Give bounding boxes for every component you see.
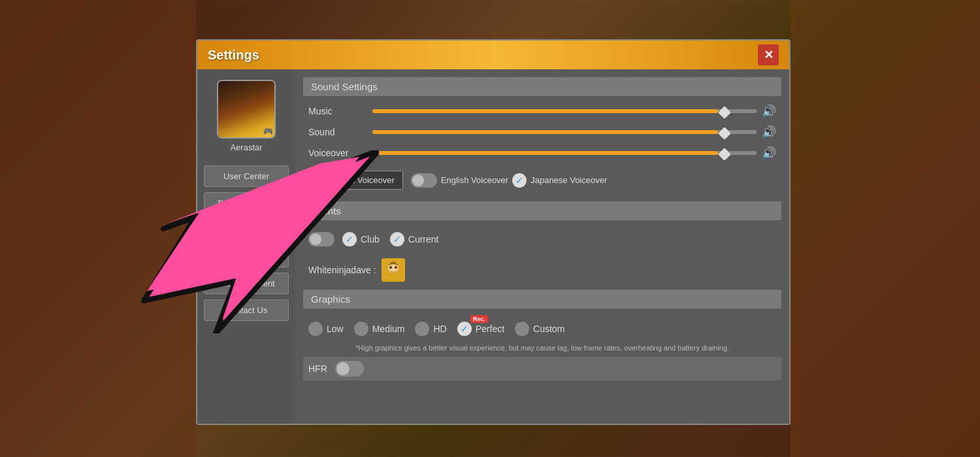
sidebar-btn-redeem-pack[interactable]: Redeem Pack	[204, 246, 289, 267]
custom-radio	[515, 322, 529, 336]
rec-badge: Rec.	[470, 315, 488, 323]
low-radio	[308, 322, 323, 336]
sound-slider-thumb	[718, 127, 731, 140]
music-slider-track[interactable]	[372, 109, 757, 113]
voiceover-slider-track[interactable]	[372, 151, 757, 155]
svg-point-5	[251, 102, 256, 107]
hfr-row: HFR	[303, 357, 781, 381]
whiteninja-label: Whiteninjadave :	[308, 265, 376, 275]
voiceover-slider-thumb	[718, 148, 731, 161]
hfr-label: HFR	[308, 364, 327, 374]
sidebar: Aerastar User Center Switch Account Chan…	[197, 69, 295, 424]
graphics-hd[interactable]: HD	[415, 322, 446, 336]
graphics-medium[interactable]: Medium	[354, 322, 405, 336]
sound-label: Sound	[308, 127, 367, 137]
whiteninja-avatar	[382, 258, 405, 282]
sound-settings-header: Sound Settings	[303, 77, 781, 96]
music-volume-icon: 🔊	[762, 104, 776, 118]
sidebar-btn-switch-account[interactable]: Switch Account	[204, 192, 289, 214]
voiceover-slider-fill	[372, 151, 718, 155]
close-button[interactable]: ✕	[758, 44, 779, 65]
custom-label: Custom	[533, 324, 564, 334]
english-voiceover-toggle[interactable]	[411, 173, 437, 188]
main-content: Sound Settings Music 🔊 Sound 🔊	[295, 69, 789, 424]
svg-point-2	[236, 89, 259, 115]
sidebar-btn-contact-us[interactable]: Contact Us	[204, 299, 289, 321]
graphics-header-text: Graphics	[311, 294, 350, 305]
sound-slider-track[interactable]	[372, 130, 757, 134]
voiceover-slider-row: Voiceover 🔊	[303, 146, 781, 160]
select-voiceover-button[interactable]: 💬 Select Voiceover	[308, 171, 403, 190]
graphics-perfect[interactable]: ✓ Rec. Perfect	[457, 322, 504, 336]
sound-slider-row: Sound 🔊	[303, 125, 781, 139]
current-check: ✓	[390, 232, 404, 246]
graphics-note: *High graphics gives a better visual exp…	[303, 341, 781, 354]
voiceover-selection-row: 💬 Select Voiceover English Voiceover ✓ J…	[303, 167, 781, 194]
sidebar-btn-announcement[interactable]: Announcement	[204, 273, 289, 294]
settings-dialog: Settings ✕	[196, 39, 791, 425]
avatar-name: Aerastar	[230, 143, 262, 152]
bg-left-panel	[0, 0, 196, 457]
perfect-label: Perfect	[476, 324, 504, 334]
bg-right-panel	[791, 0, 980, 457]
select-voiceover-icon: 💬	[317, 175, 327, 185]
svg-rect-3	[231, 96, 264, 99]
current-option: ✓ Current	[390, 232, 439, 246]
club-check: ✓	[342, 232, 357, 246]
medium-label: Medium	[372, 324, 405, 334]
svg-point-6	[240, 103, 243, 105]
music-slider-row: Music 🔊	[303, 104, 781, 118]
avatar	[217, 80, 276, 139]
svg-point-12	[395, 266, 397, 269]
club-option: ✓ Club	[342, 232, 380, 246]
medium-radio	[354, 322, 368, 336]
perfect-check: ✓	[457, 322, 472, 336]
low-label: Low	[327, 324, 344, 334]
dialog-header: Settings ✕	[197, 41, 789, 69]
events-header: Events	[303, 201, 781, 220]
svg-point-7	[252, 103, 255, 105]
svg-point-11	[389, 266, 392, 269]
music-slider-fill	[372, 109, 718, 113]
svg-rect-0	[218, 81, 276, 139]
events-options: ✓ Club ✓ Current	[342, 232, 438, 246]
events-row: ✓ Club ✓ Current	[303, 228, 781, 250]
voiceover-label: Voiceover	[308, 148, 367, 158]
voiceover-volume-icon: 🔊	[762, 146, 776, 160]
graphics-options: Low Medium HD ✓ Rec. Perfect	[303, 316, 781, 341]
graphics-header: Graphics	[303, 290, 781, 309]
japanese-voiceover-check: ✓	[512, 173, 527, 188]
whiteninja-section: Whiteninjadave :	[303, 256, 781, 284]
events-toggle[interactable]	[308, 232, 335, 246]
hd-radio	[415, 322, 429, 336]
dialog-body: Aerastar User Center Switch Account Chan…	[197, 69, 789, 424]
avatar-section: Aerastar	[217, 80, 276, 152]
graphics-custom[interactable]: Custom	[515, 322, 564, 336]
sound-slider-fill	[372, 130, 718, 134]
english-voiceover-label: English Voiceover	[441, 175, 508, 185]
svg-rect-8	[254, 92, 259, 95]
japanese-voiceover-label: Japanese Voiceover	[531, 175, 607, 185]
music-label: Music	[308, 106, 367, 116]
svg-point-4	[239, 102, 244, 107]
hd-label: HD	[433, 324, 446, 334]
sidebar-btn-change-server[interactable]: Change Server	[204, 219, 289, 241]
dialog-title: Settings	[208, 48, 758, 63]
sidebar-btn-user-center[interactable]: User Center	[204, 165, 289, 187]
music-slider-thumb	[718, 106, 731, 119]
hfr-toggle[interactable]	[335, 361, 364, 377]
graphics-low[interactable]: Low	[308, 322, 344, 336]
svg-point-1	[233, 88, 262, 120]
sound-volume-icon: 🔊	[762, 125, 776, 139]
voiceover-toggle-group: English Voiceover ✓ Japanese Voiceover	[411, 173, 607, 188]
